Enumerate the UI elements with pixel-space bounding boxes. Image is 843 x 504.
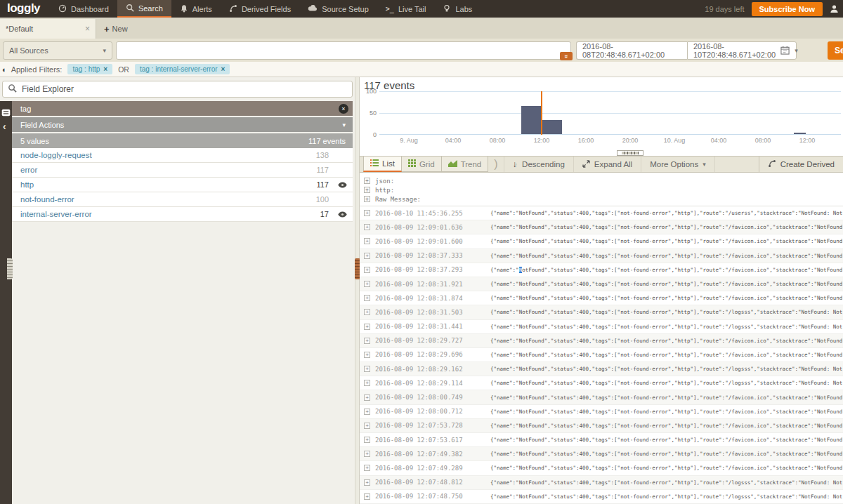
- remove-filter-icon[interactable]: ×: [103, 65, 107, 73]
- field-value-row[interactable]: error 117: [12, 163, 353, 178]
- grid-view-button[interactable]: Grid: [402, 157, 442, 172]
- chart-bar[interactable]: [794, 133, 806, 134]
- field-value-row[interactable]: internal-server-error 17: [12, 207, 353, 222]
- date-from-input[interactable]: 2016-08-08T20:48:48.671+02:00: [576, 41, 687, 60]
- log-row[interactable]: + 2016-08-09 12:07:48.750 {"name":"NotFo…: [360, 490, 843, 504]
- tab-close-icon[interactable]: ×: [85, 24, 90, 34]
- log-row[interactable]: + 2016-08-09 12:07:48.812 {"name":"NotFo…: [360, 476, 843, 490]
- expand-row-icon[interactable]: +: [364, 338, 370, 344]
- log-row[interactable]: + 2016-08-09 12:09:01.636 {"name":"NotFo…: [360, 220, 843, 234]
- log-row[interactable]: + 2016-08-09 12:08:29.114 {"name":"NotFo…: [360, 376, 843, 390]
- nav-search[interactable]: Search: [117, 0, 171, 18]
- calendar-icon[interactable]: [780, 46, 790, 56]
- filter-chip-internal-server-error[interactable]: tag : internal-server-error×: [135, 64, 230, 74]
- log-row[interactable]: + 2016-08-09 12:07:49.382 {"name":"NotFo…: [360, 447, 843, 461]
- log-row[interactable]: + 2016-08-09 12:08:31.921 {"name":"NotFo…: [360, 277, 843, 291]
- expand-row-icon[interactable]: +: [364, 352, 370, 358]
- log-row[interactable]: + 2016-08-09 12:08:00.749 {"name":"NotFo…: [360, 390, 843, 404]
- expand-row-icon[interactable]: +: [364, 423, 370, 429]
- expand-icon[interactable]: +: [364, 187, 370, 193]
- list-view-button[interactable]: List: [363, 157, 402, 172]
- log-row[interactable]: + 2016-08-09 12:08:37.293 {"name":"NotFo…: [360, 263, 843, 277]
- expand-row-icon[interactable]: +: [364, 437, 370, 443]
- nav-derived-fields[interactable]: Derived Fields: [221, 0, 299, 18]
- expand-icon[interactable]: +: [364, 178, 370, 184]
- expand-row-icon[interactable]: +: [364, 409, 370, 415]
- date-to-input[interactable]: 2016-08-10T20:48:48.671+02:00 ▾: [687, 41, 797, 60]
- nav-dashboard[interactable]: Dashboard: [50, 0, 117, 18]
- expand-row-icon[interactable]: +: [364, 267, 370, 273]
- expand-row-icon[interactable]: +: [364, 366, 370, 372]
- chart-resize-handle[interactable]: [617, 150, 643, 156]
- create-derived-button[interactable]: Create Derived: [759, 157, 843, 172]
- tab-default[interactable]: *Default ×: [0, 19, 96, 39]
- close-field-icon[interactable]: ×: [339, 104, 348, 114]
- field-list-icon[interactable]: [1, 107, 11, 119]
- field-value-row[interactable]: not-found-error 100: [12, 192, 353, 207]
- filter-chip-http[interactable]: tag : http×: [67, 64, 112, 74]
- expand-row-icon[interactable]: +: [364, 324, 370, 330]
- log-row[interactable]: + 2016-08-09 12:08:37.333 {"name":"NotFo…: [360, 249, 843, 263]
- expand-row-icon[interactable]: +: [364, 493, 370, 500]
- log-row[interactable]: + 2016-08-09 12:07:53.617 {"name":"NotFo…: [360, 433, 843, 447]
- search-button[interactable]: Search: [828, 41, 843, 60]
- nav-labs[interactable]: Labs: [434, 0, 481, 18]
- nav-source-setup[interactable]: Source Setup: [299, 0, 377, 18]
- chevron-down-icon[interactable]: ▾: [795, 47, 798, 54]
- log-row[interactable]: + 2016-08-09 12:07:49.289 {"name":"NotFo…: [360, 461, 843, 475]
- expand-row-icon[interactable]: +: [364, 380, 370, 386]
- remove-filter-icon[interactable]: ×: [221, 65, 226, 73]
- expand-row-icon[interactable]: +: [364, 309, 370, 315]
- more-options-dropdown[interactable]: More Options ▾: [641, 157, 715, 172]
- subscribe-button[interactable]: Subscribe Now: [752, 2, 823, 16]
- nav-live-tail[interactable]: >_ Live Tail: [377, 0, 435, 18]
- expand-search-icon[interactable]: »: [560, 52, 573, 60]
- log-row[interactable]: + 2016-08-09 12:08:29.696 {"name":"NotFo…: [360, 348, 843, 362]
- filter-toggle-icon[interactable]: ◐: [2, 65, 7, 74]
- expand-row-icon[interactable]: +: [364, 295, 370, 301]
- http-expander[interactable]: +http:: [364, 185, 843, 194]
- log-row[interactable]: + 2016-08-10 11:45:36.255 {"name":"NotFo…: [360, 206, 843, 220]
- chart-plot[interactable]: [379, 91, 841, 135]
- expand-row-icon[interactable]: +: [364, 479, 370, 486]
- raw-message-expander[interactable]: +Raw Message:: [364, 194, 843, 204]
- sort-descending-button[interactable]: ↓↑ Descending: [504, 157, 574, 172]
- expand-row-icon[interactable]: +: [364, 394, 370, 401]
- expand-icon[interactable]: +: [364, 196, 370, 202]
- collapse-chart-icon[interactable]: ): [488, 157, 503, 172]
- expand-all-button[interactable]: Expand All: [574, 157, 641, 172]
- expand-row-icon[interactable]: +: [364, 210, 370, 216]
- user-icon[interactable]: [830, 4, 839, 13]
- eye-icon[interactable]: [333, 211, 347, 218]
- collapse-panel-icon[interactable]: ‹: [3, 121, 6, 132]
- json-expander[interactable]: +json:: [364, 176, 843, 185]
- expand-row-icon[interactable]: +: [364, 465, 370, 471]
- log-row[interactable]: + 2016-08-09 12:09:01.600 {"name":"NotFo…: [360, 234, 843, 248]
- field-actions-dropdown[interactable]: Field Actions ▾: [12, 117, 353, 132]
- chart-bar[interactable]: [542, 120, 561, 134]
- expand-row-icon[interactable]: +: [364, 238, 370, 244]
- field-explorer-input[interactable]: [22, 84, 347, 94]
- expand-row-icon[interactable]: +: [364, 253, 370, 259]
- log-row[interactable]: + 2016-08-09 12:08:29.162 {"name":"NotFo…: [360, 362, 843, 376]
- field-value-row[interactable]: http 117: [12, 178, 353, 192]
- chart-bar[interactable]: [521, 106, 541, 134]
- expand-row-icon[interactable]: +: [364, 281, 370, 287]
- eye-icon[interactable]: [333, 182, 347, 188]
- log-row[interactable]: + 2016-08-09 12:08:31.503 {"name":"NotFo…: [360, 305, 843, 319]
- source-selector[interactable]: All Sources ▾: [3, 41, 112, 60]
- search-query-input[interactable]: [116, 41, 571, 60]
- log-row[interactable]: + 2016-08-09 12:08:29.727 {"name":"NotFo…: [360, 334, 843, 348]
- log-row[interactable]: + 2016-08-09 12:07:53.728 {"name":"NotFo…: [360, 419, 843, 433]
- expand-row-icon[interactable]: +: [364, 224, 370, 230]
- log-row[interactable]: + 2016-08-09 12:08:31.874 {"name":"NotFo…: [360, 291, 843, 305]
- new-tab-button[interactable]: + New: [104, 19, 128, 39]
- nav-alerts[interactable]: Alerts: [171, 0, 221, 18]
- expand-row-icon[interactable]: +: [364, 451, 370, 457]
- field-explorer-search[interactable]: [2, 81, 353, 98]
- log-row[interactable]: + 2016-08-09 12:08:31.441 {"name":"NotFo…: [360, 320, 843, 334]
- log-row[interactable]: + 2016-08-09 12:08:00.712 {"name":"NotFo…: [360, 405, 843, 419]
- trend-view-button[interactable]: Trend: [442, 157, 489, 172]
- field-value-row[interactable]: node-loggly-request 138: [12, 148, 353, 163]
- left-resize-grip[interactable]: [7, 258, 13, 279]
